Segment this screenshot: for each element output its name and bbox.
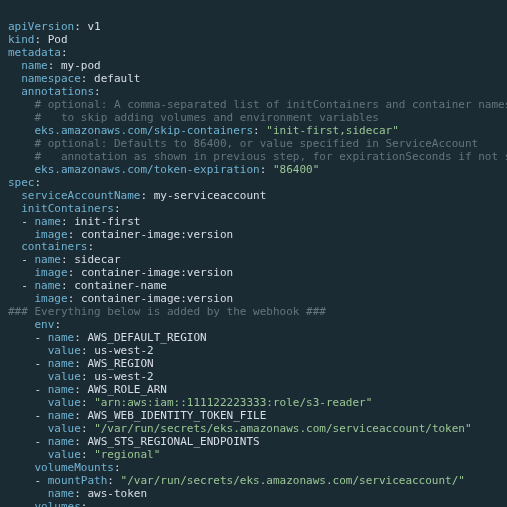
code-line: value: us-west-2 xyxy=(8,344,154,357)
code-line: initContainers: xyxy=(8,202,121,215)
code-line: eks.amazonaws.com/token-expiration: "864… xyxy=(8,163,319,176)
code-line: # optional: Defaults to 86400, or value … xyxy=(8,137,478,150)
code-line: - name: AWS_WEB_IDENTITY_TOKEN_FILE xyxy=(8,409,266,422)
code-line: env: xyxy=(8,318,61,331)
code-line: image: container-image:version xyxy=(8,266,233,279)
code-line: # optional: A comma-separated list of in… xyxy=(8,98,507,111)
code-line: - name: sidecar xyxy=(8,253,121,266)
code-line: # to skip adding volumes and environment… xyxy=(8,111,379,124)
code-line: apiVersion: v1 xyxy=(8,20,101,33)
code-line: namespace: default xyxy=(8,72,140,85)
code-line: eks.amazonaws.com/skip-containers: "init… xyxy=(8,124,399,137)
code-line: volumes: xyxy=(8,500,87,507)
code-line: image: container-image:version xyxy=(8,292,233,305)
code-line: name: aws-token xyxy=(8,487,147,500)
code-line: annotations: xyxy=(8,85,101,98)
code-line: ### Everything below is added by the web… xyxy=(8,305,326,318)
code-line: - name: AWS_ROLE_ARN xyxy=(8,383,167,396)
code-line: name: my-pod xyxy=(8,59,101,72)
code-line: - name: AWS_REGION xyxy=(8,357,154,370)
code-line: value: "/var/run/secrets/eks.amazonaws.c… xyxy=(8,422,472,435)
code-line: - name: AWS_DEFAULT_REGION xyxy=(8,331,207,344)
code-line: value: "regional" xyxy=(8,448,160,461)
code-line: containers: xyxy=(8,240,94,253)
code-line: - mountPath: "/var/run/secrets/eks.amazo… xyxy=(8,474,465,487)
code-line: - name: init-first xyxy=(8,215,140,228)
code-line: volumeMounts: xyxy=(8,461,121,474)
code-line: - name: AWS_STS_REGIONAL_ENDPOINTS xyxy=(8,435,260,448)
code-line: metadata: xyxy=(8,46,68,59)
code-line: # annotation as shown in previous step, … xyxy=(8,150,507,163)
code-line: value: us-west-2 xyxy=(8,370,154,383)
code-line: image: container-image:version xyxy=(8,228,233,241)
code-line: kind: Pod xyxy=(8,33,68,46)
code-line: value: "arn:aws:iam::111122223333:role/s… xyxy=(8,396,372,409)
yaml-code-block: apiVersion: v1 kind: Pod metadata: name:… xyxy=(0,11,507,507)
code-line: spec: xyxy=(8,176,41,189)
code-line: serviceAccountName: my-serviceaccount xyxy=(8,189,266,202)
code-line: - name: container-name xyxy=(8,279,167,292)
